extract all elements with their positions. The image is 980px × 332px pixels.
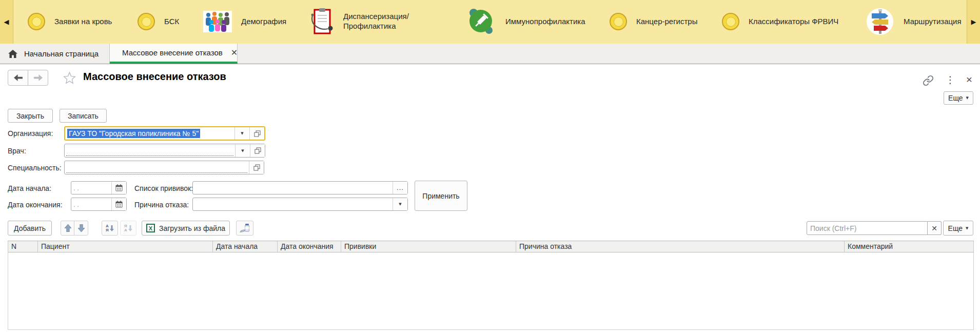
load-from-file-label: Загрузить из файла <box>159 224 225 232</box>
date-start-label: Дата начала: <box>8 184 51 192</box>
clear-x-icon: ✕ <box>931 224 937 232</box>
doctor-field[interactable]: ▼ <box>64 144 265 158</box>
page-title: Массовое внесение отказов <box>83 71 226 83</box>
search-input[interactable] <box>807 221 928 235</box>
ribbon-item-label: Иммунопрофилактика <box>505 17 585 27</box>
vaccination-tool-button[interactable] <box>236 221 253 236</box>
open-in-form-icon <box>254 130 261 137</box>
column-header-date-end[interactable]: Дата окончания <box>277 241 341 252</box>
vaccine-list-field[interactable]: ... <box>192 181 408 194</box>
organization-dropdown-button[interactable]: ▼ <box>234 127 249 140</box>
date-end-label: Дата окончания: <box>8 201 63 209</box>
calendar-icon <box>115 184 123 191</box>
vaccine-list-input[interactable] <box>193 182 393 194</box>
organization-open-button[interactable] <box>249 127 264 140</box>
grid-more-button[interactable]: Еще ▼ <box>943 221 973 236</box>
vertical-dots-icon: ⋮ <box>946 74 955 85</box>
app-window: ◀ Заявки на кровь БСК <box>0 0 980 332</box>
sort-descending-button[interactable]: ЯА <box>120 221 136 236</box>
date-end-field[interactable]: . . <box>71 198 127 211</box>
tab-bar: Начальная страница Массовое внесение отк… <box>0 44 980 64</box>
date-end-calendar-button[interactable] <box>111 198 126 210</box>
refusal-reason-dropdown-button[interactable]: ▼ <box>393 198 407 210</box>
specialty-field[interactable] <box>64 161 264 174</box>
tab-mass-refusal-entry[interactable]: Массовое внесение отказов ✕ <box>110 44 238 64</box>
save-button[interactable]: Записать <box>60 109 107 123</box>
doctor-open-button[interactable] <box>250 144 265 157</box>
ribbon-scroll-right-button[interactable]: ▶ <box>967 0 980 44</box>
ribbon-item-label: БСК <box>164 17 179 27</box>
tab-home-page[interactable]: Начальная страница <box>0 44 110 64</box>
back-button[interactable] <box>8 70 28 86</box>
open-in-form-icon <box>253 164 260 171</box>
column-header-comment[interactable]: Комментарий <box>844 241 974 252</box>
doctor-dropdown-button[interactable]: ▼ <box>235 144 250 157</box>
more-button-label: Еще <box>948 224 963 232</box>
tab-close-icon[interactable]: ✕ <box>231 48 238 57</box>
refusal-reason-field[interactable]: ▼ <box>192 198 408 211</box>
forward-button[interactable] <box>28 70 48 86</box>
ribbon-item-bsk[interactable]: БСК <box>138 2 179 41</box>
column-header-refusal-reason[interactable]: Причина отказа <box>516 241 844 252</box>
close-form-button[interactable]: Закрыть <box>8 109 53 123</box>
ribbon-scroll-left-button[interactable]: ◀ <box>0 0 13 44</box>
load-from-file-button[interactable]: X Загрузить из файла <box>142 221 230 236</box>
apply-button[interactable]: Применить <box>415 181 467 211</box>
organization-field[interactable]: ГАУЗ ТО "Городская поликлиника № 5" ▼ <box>64 126 265 141</box>
signpost-icon <box>866 7 894 36</box>
doctor-input[interactable] <box>65 144 235 157</box>
clipboard-stethoscope-icon <box>310 8 334 35</box>
window-close-button[interactable]: × <box>964 73 975 86</box>
column-header-date-start[interactable]: Дата начала <box>212 241 277 252</box>
tab-label: Начальная страница <box>24 49 99 58</box>
column-header-vaccines[interactable]: Прививки <box>341 241 516 252</box>
date-start-calendar-button[interactable] <box>111 182 126 194</box>
table-header-row: N Пациент Дата начала Дата окончания При… <box>8 241 974 252</box>
get-link-button[interactable] <box>922 74 935 87</box>
ribbon-item-routing[interactable]: Маршрутизация <box>866 2 962 41</box>
refusal-reason-input[interactable] <box>193 198 393 210</box>
sort-ascending-button[interactable]: АЯ <box>102 221 118 236</box>
specialty-open-button[interactable] <box>249 161 264 174</box>
back-arrow-icon <box>13 74 23 82</box>
add-row-button[interactable]: Добавить <box>8 221 52 236</box>
ribbon-item-immunoprophylaxis[interactable]: Иммунопрофилактика <box>465 2 585 41</box>
ribbon-item-label: Маршрутизация <box>904 17 962 27</box>
search-clear-button[interactable]: ✕ <box>928 221 942 235</box>
right-triangle-icon: ▶ <box>971 18 976 26</box>
organization-input[interactable]: ГАУЗ ТО "Городская поликлиника № 5" <box>65 127 234 140</box>
form-more-button[interactable]: Еще ▼ <box>944 91 973 105</box>
left-triangle-icon: ◀ <box>4 18 9 26</box>
ribbon-item-label: Классификаторы ФРВИЧ <box>749 17 838 27</box>
people-group-icon <box>203 11 232 32</box>
ribbon-item-blood-requests[interactable]: Заявки на кровь <box>28 2 112 41</box>
date-start-field[interactable]: . . <box>71 181 127 194</box>
doctor-label: Врач: <box>8 147 26 155</box>
date-end-input[interactable]: . . <box>71 198 111 210</box>
specialty-label: Специальность: <box>8 164 62 172</box>
excel-icon: X <box>146 224 155 232</box>
ribbon-item-demography[interactable]: Демография <box>203 2 286 41</box>
calendar-icon <box>115 201 123 208</box>
window-menu-button[interactable]: ⋮ <box>945 73 955 86</box>
favorite-star-icon[interactable] <box>63 71 76 85</box>
specialty-input[interactable] <box>65 161 249 174</box>
date-start-input[interactable]: . . <box>71 182 111 194</box>
home-icon <box>8 50 17 58</box>
table-body-empty[interactable] <box>8 252 974 330</box>
ellipsis-icon: ... <box>397 185 404 190</box>
ribbon-item-cancer-registries[interactable]: Канцер-регистры <box>610 2 698 41</box>
column-header-patient[interactable]: Пациент <box>37 241 212 252</box>
ribbon-item-dispensary[interactable]: Диспансеризация/Профилактика <box>310 2 448 41</box>
vaccine-vial-icon <box>240 223 250 233</box>
ribbon-item-classifiers[interactable]: Классификаторы ФРВИЧ <box>722 2 838 41</box>
move-row-up-button[interactable] <box>61 221 75 236</box>
column-header-number[interactable]: N <box>8 241 37 252</box>
yellow-circle-icon <box>28 13 45 30</box>
vaccine-list-picker-button[interactable]: ... <box>393 182 407 194</box>
sections-ribbon: ◀ Заявки на кровь БСК <box>0 0 980 44</box>
link-icon <box>923 75 934 86</box>
tab-label: Массовое внесение отказов <box>122 48 223 57</box>
move-row-down-button[interactable] <box>74 221 88 236</box>
history-nav-group <box>8 70 48 86</box>
